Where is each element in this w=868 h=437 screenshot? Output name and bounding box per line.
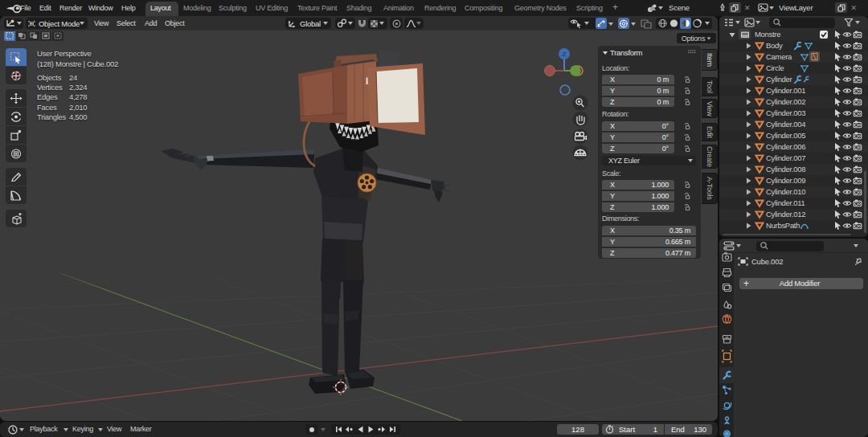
svg-text:Z: Z [563, 51, 567, 58]
